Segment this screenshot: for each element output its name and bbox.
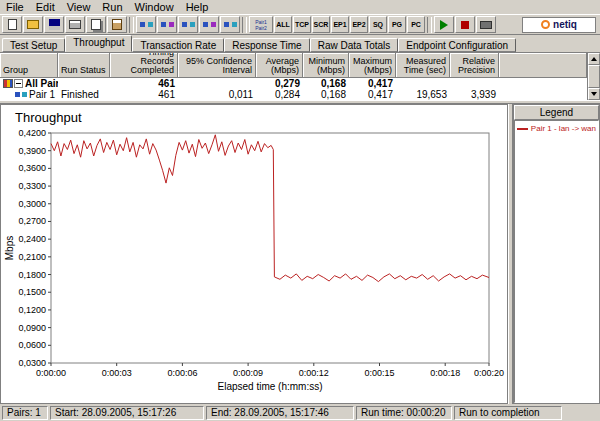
svg-text:0,1500: 0,1500 — [18, 287, 46, 297]
filter-tcp-button[interactable]: TCP — [293, 16, 311, 33]
run-status-cell — [58, 78, 110, 89]
table-row-pair-1[interactable]: Pair 1 Finished 461 0,011 0,284 0,168 0,… — [0, 89, 587, 100]
header-measured-time[interactable]: Measured Time (sec) — [396, 53, 450, 78]
chart-panel: Throughput 0,42000,39000,36000,33000,300… — [0, 104, 508, 404]
status-pairs: Pairs: 1 — [2, 406, 48, 420]
run-icon — [440, 20, 448, 30]
status-bar: Pairs: 1 Start: 28.09.2005, 15:17:26 End… — [0, 404, 600, 421]
open-folder-icon — [27, 20, 39, 29]
stop-icon — [461, 21, 469, 29]
netiq-logo-icon — [541, 20, 550, 29]
open-button[interactable] — [23, 16, 43, 33]
filter-all-button[interactable]: ALL — [274, 16, 292, 33]
run-test-button[interactable] — [434, 16, 454, 33]
ci-cell: 0,011 — [178, 89, 256, 100]
header-run-status[interactable]: Run Status — [58, 53, 110, 78]
group-label: Pair 1 — [29, 89, 55, 100]
copy-button[interactable] — [86, 16, 106, 33]
save-disk-icon — [49, 19, 60, 30]
netiq-logo-text: netiq — [553, 19, 577, 30]
menu-view[interactable]: View — [61, 1, 97, 14]
max-cell: 0,417 — [349, 89, 396, 100]
filter-sq-button[interactable]: SQ — [369, 16, 387, 33]
filter-ep1-button[interactable]: EP1 — [331, 16, 349, 33]
max-cell: 0,417 — [349, 78, 396, 89]
filter-ep2-button[interactable]: EP2 — [350, 16, 368, 33]
table-row-all-pairs[interactable]: All Pairs 461 0,279 0,168 0,417 — [0, 78, 587, 89]
status-run-mode: Run to completion — [454, 406, 562, 420]
run-status-cell: Finished — [58, 89, 110, 100]
svg-text:0:00:09: 0:00:09 — [233, 368, 263, 378]
tab-raw-data-totals[interactable]: Raw Data Totals — [310, 38, 399, 52]
group-label: All Pairs — [25, 78, 58, 89]
min-cell: 0,168 — [303, 78, 349, 89]
snapshot-button[interactable] — [476, 16, 496, 33]
pair-icon — [140, 20, 153, 29]
svg-text:0:00:20: 0:00:20 — [474, 368, 504, 378]
scrollbar-thumb[interactable] — [588, 65, 600, 88]
print-button[interactable] — [65, 16, 85, 33]
svg-text:0,3900: 0,3900 — [18, 146, 46, 156]
menu-window[interactable]: Window — [129, 1, 180, 14]
header-minimum[interactable]: Minimum (Mbps) — [303, 53, 349, 78]
edit-pair-button[interactable] — [157, 16, 177, 33]
svg-text:0,2400: 0,2400 — [18, 234, 46, 244]
svg-text:Mbps: Mbps — [4, 236, 15, 260]
header-timing-records[interactable]: Timing Records Completed — [110, 53, 178, 78]
avg-cell: 0,279 — [256, 78, 303, 89]
menu-help[interactable]: Help — [180, 1, 215, 14]
filter-pc-button[interactable]: PC — [407, 16, 425, 33]
time-cell — [396, 78, 450, 89]
header-average[interactable]: Average (Mbps) — [256, 53, 303, 78]
stop-test-button[interactable] — [455, 16, 475, 33]
toolbar-separator — [129, 17, 134, 33]
tab-test-setup[interactable]: Test Setup — [2, 38, 65, 52]
tab-transaction-rate[interactable]: Transaction Rate — [132, 38, 224, 52]
legend-list: Pair 1 - lan -> wan — [514, 120, 599, 403]
collapse-icon[interactable] — [14, 79, 23, 88]
scroll-down-button[interactable] — [588, 88, 600, 100]
svg-text:0,3300: 0,3300 — [18, 181, 46, 191]
header-relative-precision[interactable]: Relative Precision — [450, 53, 499, 78]
scroll-up-button[interactable] — [588, 53, 600, 65]
save-button[interactable] — [44, 16, 64, 33]
filter-scr-button[interactable]: SCR — [312, 16, 330, 33]
pair-icon — [161, 20, 174, 29]
paste-button[interactable] — [107, 16, 127, 33]
paste-icon — [112, 19, 122, 30]
header-confidence[interactable]: 95% Confidence Interval — [178, 53, 256, 78]
swap-endpoints-button[interactable] — [220, 16, 240, 33]
new-test-button[interactable] — [2, 16, 22, 33]
legend-entry-label: Pair 1 - lan -> wan — [531, 124, 596, 133]
records-cell: 461 — [110, 78, 178, 89]
svg-text:0,0300: 0,0300 — [18, 358, 46, 368]
legend-entry[interactable]: Pair 1 - lan -> wan — [517, 124, 596, 133]
new-document-icon — [8, 19, 17, 30]
sort-pairs-button[interactable]: Pair1 Pair2 — [249, 16, 273, 33]
pair-icon — [203, 20, 216, 29]
tab-response-time[interactable]: Response Time — [224, 38, 309, 52]
add-pair-button[interactable] — [136, 16, 156, 33]
sort-pairs-label-2: Pair2 — [250, 25, 272, 31]
legend-header[interactable]: Legend — [514, 105, 599, 120]
status-end: End: 28.09.2005, 15:17:46 — [206, 406, 354, 420]
tab-throughput[interactable]: Throughput — [65, 35, 132, 52]
precision-cell: 3,939 — [450, 89, 499, 100]
menu-run[interactable]: Run — [96, 1, 128, 14]
main-area: Throughput 0,42000,39000,36000,33000,300… — [0, 104, 600, 404]
svg-text:0,3000: 0,3000 — [18, 199, 46, 209]
table-scrollbar[interactable] — [587, 53, 600, 100]
svg-text:0,1200: 0,1200 — [18, 305, 46, 315]
precision-cell — [450, 78, 499, 89]
filter-pg-button[interactable]: PG — [388, 16, 406, 33]
results-table: Group Run Status Timing Records Complete… — [0, 52, 600, 100]
tab-endpoint-configuration[interactable]: Endpoint Configuration — [398, 38, 516, 52]
menu-edit[interactable]: Edit — [30, 1, 61, 14]
menu-file[interactable]: File — [0, 1, 30, 14]
header-group[interactable]: Group — [0, 53, 58, 78]
header-maximum[interactable]: Maximum (Mbps) — [349, 53, 396, 78]
group-pairs-button[interactable] — [199, 16, 219, 33]
copy-pair-button[interactable] — [178, 16, 198, 33]
time-cell: 19,653 — [396, 89, 450, 100]
all-pairs-chart-icon — [3, 79, 13, 88]
